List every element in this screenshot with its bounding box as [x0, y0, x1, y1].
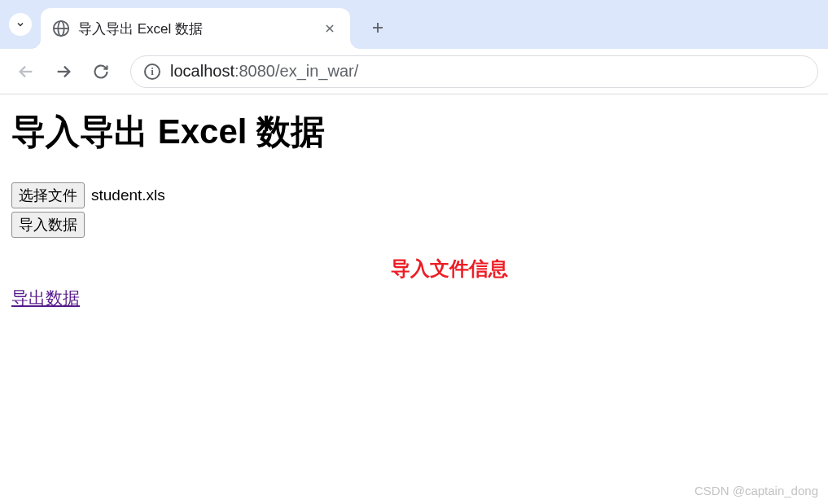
address-bar[interactable]: i localhost:8080/ex_in_war/ [130, 55, 818, 88]
page-content: 导入导出 Excel 数据 选择文件 student.xls 导入数据 导出数据 [0, 94, 828, 324]
globe-icon [52, 20, 70, 37]
url-port: :8080 [234, 62, 275, 80]
file-input-row: 选择文件 student.xls [11, 182, 817, 208]
site-info-icon[interactable]: i [144, 64, 160, 80]
annotation-label: 导入文件信息 [391, 256, 508, 282]
import-button[interactable]: 导入数据 [11, 212, 85, 238]
back-button[interactable] [10, 55, 42, 88]
close-icon[interactable] [321, 20, 339, 37]
reload-button[interactable] [85, 55, 117, 88]
forward-button[interactable] [47, 55, 80, 88]
choose-file-button[interactable]: 选择文件 [11, 182, 85, 208]
tab-title: 导入导出 Excel 数据 [78, 20, 321, 38]
page-title: 导入导出 Excel 数据 [11, 109, 817, 155]
watermark: CSDN @captain_dong [694, 484, 818, 497]
browser-tab[interactable]: 导入导出 Excel 数据 [41, 8, 350, 49]
url-path: /ex_in_war/ [275, 62, 358, 80]
url-host: localhost [170, 62, 234, 80]
new-tab-button[interactable] [361, 11, 394, 44]
browser-tab-strip: 导入导出 Excel 数据 [0, 0, 828, 49]
selected-filename: student.xls [91, 186, 165, 204]
chevron-down-icon [9, 13, 32, 36]
browser-toolbar: i localhost:8080/ex_in_war/ [0, 49, 828, 94]
export-link[interactable]: 导出数据 [11, 287, 80, 309]
url-text: localhost:8080/ex_in_war/ [170, 62, 358, 81]
